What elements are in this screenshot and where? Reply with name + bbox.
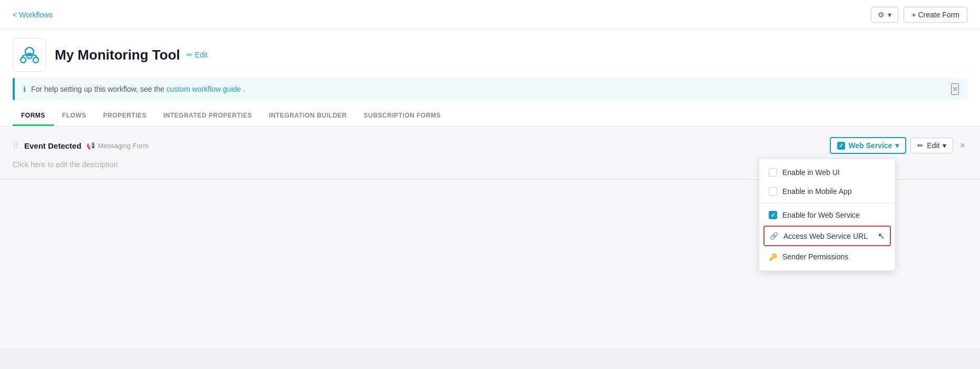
dropdown-item-enable-web-service[interactable]: Enable for Web Service: [759, 206, 895, 225]
edit-dropdown-button[interactable]: ✏ Edit ▾: [910, 138, 953, 153]
edit-arrow-icon: ▾: [943, 141, 946, 150]
settings-button[interactable]: ⚙ ▾: [871, 7, 898, 23]
dropdown-item-label-enable-web-ui: Enable in Web UI: [782, 168, 840, 177]
messaging-form-badge: 📢 Messaging Form: [86, 142, 149, 150]
checkbox-icon-enable-web-ui: [769, 168, 777, 177]
event-row: ⠿ Event Detected 📢 Messaging Form ✓ Web …: [13, 137, 967, 154]
dropdown-item-enable-mobile[interactable]: Enable in Mobile App: [759, 182, 895, 201]
event-left: ⠿ Event Detected 📢 Messaging Form: [13, 141, 149, 151]
info-banner: ℹ For help setting up this workflow, see…: [13, 78, 967, 100]
dropdown-item-sender-permissions[interactable]: 🔑 Sender Permissions: [759, 247, 895, 266]
tab-flows[interactable]: FLOWS: [54, 106, 95, 126]
info-banner-close-button[interactable]: ×: [951, 83, 959, 95]
web-service-checkbox-icon: ✓: [837, 142, 845, 150]
dropdown-item-enable-web-ui[interactable]: Enable in Web UI: [759, 163, 895, 182]
main-header: My Monitoring Tool ✏ Edit ℹ For help set…: [0, 30, 980, 127]
workflow-title-row: My Monitoring Tool ✏ Edit: [13, 38, 967, 72]
checkbox-icon-enable-mobile: [769, 187, 777, 196]
dropdown-item-label-enable-web-service: Enable for Web Service: [782, 211, 860, 219]
key-icon-sender-permissions: 🔑: [769, 253, 777, 261]
tab-properties[interactable]: PROPERTIES: [95, 106, 155, 126]
footer-bar: [0, 348, 980, 369]
drag-handle-icon[interactable]: ⠿: [13, 141, 19, 151]
link-icon-access-url: 🔗: [770, 232, 778, 240]
dropdown-separator: [759, 203, 895, 203]
svg-point-1: [33, 57, 38, 63]
info-banner-text: ℹ For help setting up this workflow, see…: [23, 85, 245, 93]
settings-dropdown-arrow: ▾: [888, 11, 891, 19]
cursor-icon: ↖: [878, 231, 885, 241]
edit-pencil-icon: ✏: [917, 141, 924, 150]
event-title: Event Detected: [24, 141, 81, 150]
event-right: ✓ Web Service ▾ ✏ Edit ▾ ×: [830, 137, 967, 154]
tab-forms[interactable]: FORMS: [13, 106, 54, 126]
tab-integration-builder[interactable]: INTEGRATION BUILDER: [260, 106, 355, 126]
web-service-button[interactable]: ✓ Web Service ▾: [830, 137, 906, 154]
top-bar-actions: ⚙ ▾ + Create Form: [871, 7, 967, 23]
dropdown-item-label-access-url: Access Web Service URL: [783, 232, 868, 240]
checkbox-icon-enable-web-service: [769, 211, 777, 219]
create-form-button[interactable]: + Create Form: [904, 7, 967, 23]
megaphone-icon: 📢: [86, 142, 95, 150]
dropdown-item-access-url[interactable]: 🔗 Access Web Service URL ↖: [763, 226, 891, 246]
web-service-dropdown-arrow: ▾: [895, 141, 899, 150]
dropdown-item-label-enable-mobile: Enable in Mobile App: [782, 187, 852, 196]
web-service-dropdown-menu: Enable in Web UI Enable in Mobile App En…: [759, 158, 896, 271]
tab-subscription-forms[interactable]: SUBSCRIPTION FORMS: [355, 106, 449, 126]
content-area: ⠿ Event Detected 📢 Messaging Form ✓ Web …: [0, 127, 980, 337]
dropdown-item-label-sender-permissions: Sender Permissions: [782, 253, 848, 261]
workflow-icon: [13, 38, 46, 72]
tabs-bar: FORMSFLOWSPROPERTIESINTEGRATED PROPERTIE…: [13, 106, 967, 126]
svg-point-0: [21, 57, 26, 63]
title-edit-link[interactable]: ✏ Edit: [187, 51, 208, 59]
web-service-label: Web Service: [848, 141, 892, 150]
page-title: My Monitoring Tool: [55, 47, 180, 63]
title-edit-group: My Monitoring Tool ✏ Edit: [55, 47, 208, 63]
info-icon: ℹ: [23, 85, 26, 93]
gear-icon: ⚙: [878, 11, 885, 19]
tab-integrated-properties[interactable]: INTEGRATED PROPERTIES: [155, 106, 260, 126]
back-link[interactable]: < Workflows: [13, 11, 53, 19]
workflow-guide-link[interactable]: custom workflow guide: [166, 85, 241, 93]
top-bar: < Workflows ⚙ ▾ + Create Form: [0, 0, 980, 30]
close-event-button[interactable]: ×: [957, 138, 967, 153]
edit-label: Edit: [927, 141, 939, 150]
pencil-icon: ✏: [187, 51, 193, 59]
messaging-form-label: Messaging Form: [97, 142, 149, 150]
